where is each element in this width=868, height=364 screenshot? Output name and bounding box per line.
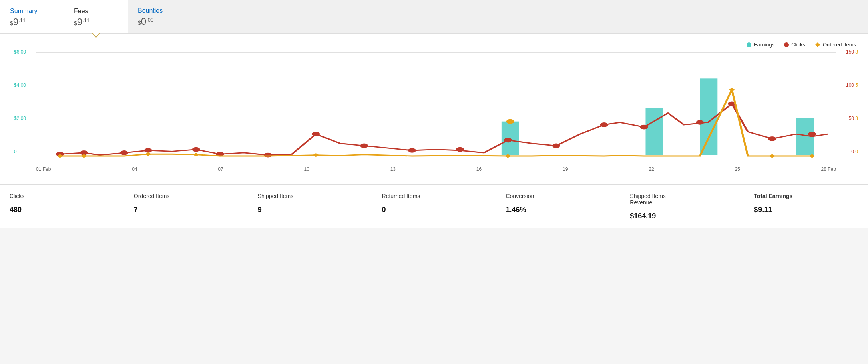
- tab-summary[interactable]: Summary $9.11: [0, 0, 64, 33]
- legend-clicks-label: Clicks: [791, 42, 805, 48]
- stat-clicks-label: Clicks: [10, 193, 114, 199]
- clicks-dot-4: [144, 148, 152, 153]
- tab-bounties[interactable]: Bounties $0.00: [128, 0, 192, 33]
- ordered-dot-7: [769, 154, 775, 158]
- clicks-dot-14: [600, 122, 608, 127]
- tabs-section: Summary $9.11 Fees $9.11 Bounties $0.00: [0, 0, 868, 34]
- tab-summary-value: $9.11: [10, 16, 40, 28]
- tab-fees-arrow: [92, 33, 100, 38]
- bar-25: [645, 108, 663, 155]
- stat-ordered-label: Ordered Items: [134, 193, 238, 199]
- x-label-01: 01 Feb: [36, 166, 51, 172]
- stat-shipped-label: Shipped Items: [258, 193, 362, 199]
- y-left-6: $6.00: [14, 49, 26, 55]
- chart-section: Earnings Clicks Ordered Items $6.00 150 …: [0, 34, 868, 184]
- ordered-dot-5: [313, 153, 319, 157]
- tab-summary-label: Summary: [10, 8, 40, 15]
- clicks-dot-13: [552, 144, 560, 148]
- clicks-dot-8: [312, 132, 320, 136]
- stat-earnings-value: $9.11: [754, 206, 858, 214]
- x-label-07: 07: [218, 166, 223, 172]
- stat-conversion-value: 1.46%: [506, 206, 610, 214]
- legend-ordered: Ordered Items: [815, 42, 856, 48]
- earnings-icon: [747, 42, 751, 47]
- clicks-dot-9: [360, 144, 368, 148]
- stat-shipped-revenue: Shipped ItemsRevenue $164.19: [620, 185, 744, 228]
- clicks-dot-11: [456, 147, 464, 152]
- ordered-items-icon: [815, 42, 820, 48]
- clicks-dot-12: [504, 138, 512, 143]
- chart-inner: $6.00 150 8 $4.00 100 5 $2.00 50 3 0 0: [36, 52, 836, 164]
- chart-container: $6.00 150 8 $4.00 100 5 $2.00 50 3 0 0: [12, 52, 856, 180]
- stat-returned-items: Returned Items 0: [372, 185, 496, 228]
- y-left-2: $2.00: [14, 116, 26, 121]
- clicks-dot-10: [408, 148, 416, 153]
- legend-earnings-label: Earnings: [754, 42, 774, 48]
- y-right-red-150: 150: [846, 49, 854, 55]
- ordered-dot-2: [81, 154, 87, 158]
- x-label-22: 22: [649, 166, 654, 172]
- stat-returned-value: 0: [382, 206, 486, 214]
- clicks-dot-5: [192, 147, 200, 152]
- x-label-04: 04: [132, 166, 137, 172]
- tab-fees[interactable]: Fees $9.11: [64, 0, 128, 33]
- stat-returned-label: Returned Items: [382, 193, 486, 199]
- clicks-dot-18: [768, 136, 776, 141]
- legend-clicks: Clicks: [784, 42, 805, 48]
- y-right-orange-8: 8: [855, 49, 858, 55]
- x-label-13: 13: [390, 166, 396, 172]
- y-right-red-100: 100: [846, 82, 854, 88]
- ordered-dot-3: [145, 152, 151, 156]
- x-label-19: 19: [563, 166, 568, 172]
- stat-conversion: Conversion 1.46%: [496, 185, 620, 228]
- stat-clicks-value: 480: [10, 206, 114, 214]
- svg-marker-0: [815, 42, 820, 47]
- clicks-dot-19: [808, 132, 816, 136]
- y-left-4: $4.00: [14, 82, 26, 88]
- x-label-16: 16: [476, 166, 482, 172]
- y-right-red-50: 50: [849, 116, 854, 121]
- clicks-icon: [784, 42, 789, 47]
- clicks-dot-3: [120, 150, 128, 155]
- stat-shipped-items: Shipped Items 9: [248, 185, 372, 228]
- stat-clicks: Clicks 480: [0, 185, 124, 228]
- tab-fees-value: $9.11: [74, 16, 104, 28]
- x-label-28: 28 Feb: [821, 166, 836, 172]
- earnings-dot-19: [506, 119, 514, 124]
- clicks-dot-16: [696, 120, 704, 125]
- clicks-dot-7: [264, 153, 272, 158]
- tab-bounties-value: $0.00: [138, 16, 168, 27]
- stat-revenue-label: Shipped ItemsRevenue: [630, 193, 734, 206]
- stat-shipped-value: 9: [258, 206, 362, 214]
- chart-legend: Earnings Clicks Ordered Items: [12, 42, 856, 48]
- y-right-orange-5: 5: [855, 82, 858, 88]
- tab-fees-label: Fees: [74, 8, 104, 15]
- x-label-25: 25: [735, 166, 740, 172]
- x-label-10: 10: [304, 166, 309, 172]
- stat-ordered-items: Ordered Items 7: [124, 185, 248, 228]
- y-right-red-0: 0: [851, 149, 854, 154]
- ordered-dot-4: [193, 153, 199, 156]
- ordered-dot-peak: [729, 88, 735, 92]
- clicks-dot-15: [640, 125, 648, 130]
- stat-revenue-value: $164.19: [630, 212, 734, 220]
- stat-total-earnings: Total Earnings $9.11: [744, 185, 868, 228]
- stats-section: Clicks 480 Ordered Items 7 Shipped Items…: [0, 184, 868, 228]
- legend-earnings: Earnings: [747, 42, 774, 48]
- y-right-orange-0: 0: [855, 149, 858, 154]
- y-left-0: 0: [14, 149, 17, 154]
- chart-svg: [36, 52, 836, 164]
- chart-x-axis: 01 Feb 04 07 10 13 16 19 22 25 28 Feb: [36, 166, 836, 172]
- tab-bounties-label: Bounties: [138, 7, 168, 14]
- legend-ordered-label: Ordered Items: [823, 42, 856, 48]
- stat-conversion-label: Conversion: [506, 193, 610, 199]
- stat-ordered-value: 7: [134, 206, 238, 214]
- stat-earnings-label: Total Earnings: [754, 193, 858, 199]
- y-right-orange-3: 3: [855, 116, 858, 121]
